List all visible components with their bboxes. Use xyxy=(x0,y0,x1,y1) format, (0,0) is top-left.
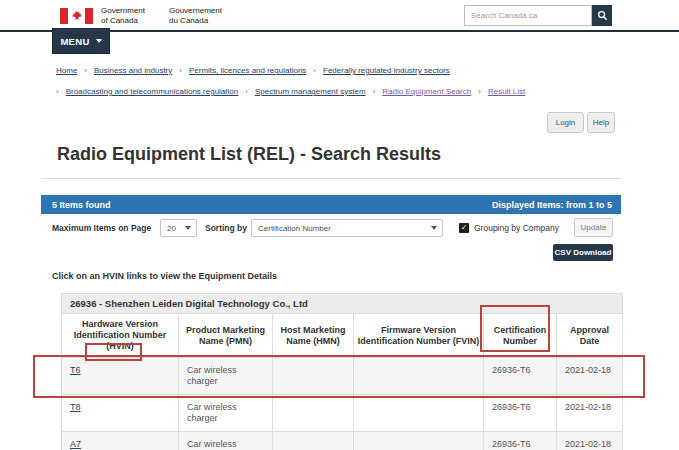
displayed-items-text: Displayed Items: from 1 to 5 xyxy=(492,200,612,210)
hvin-cell: A7 xyxy=(62,432,179,450)
annotation-box-certification-header xyxy=(480,305,550,352)
breadcrumb-link-spectrum[interactable]: Spectrum management system xyxy=(255,87,366,96)
breadcrumb-row1: Home›Business and industry›Permits, lice… xyxy=(56,66,450,75)
column-header-fvin: Firmware Version Identification Number (… xyxy=(354,314,484,358)
wordmark-en-line1: Government xyxy=(101,6,145,16)
items-found-text: 5 Items found xyxy=(52,200,111,210)
pmn-cell: Car wireless charger xyxy=(179,395,273,432)
wordmark-fr-line1: Gouvernement xyxy=(169,6,222,16)
page-title: Radio Equipment List (REL) - Search Resu… xyxy=(57,144,441,165)
breadcrumb-separator: › xyxy=(245,87,248,96)
breadcrumb-link-home[interactable]: Home xyxy=(56,66,77,75)
breadcrumb-link-business[interactable]: Business and industry xyxy=(94,66,172,75)
breadcrumb-separator: › xyxy=(373,87,376,96)
column-header-pmn: Product Marketing Name (PMN) xyxy=(179,314,273,358)
column-header-approval-date: Approval Date xyxy=(557,314,623,358)
sorting-value: Certification Number xyxy=(258,224,331,233)
chevron-down-icon xyxy=(431,226,437,230)
fvin-cell xyxy=(354,432,484,450)
wordmark-en-line2: of Canada xyxy=(101,16,145,26)
grouping-label: Grouping by Company xyxy=(474,223,559,233)
sorting-label: Sorting by xyxy=(205,223,247,233)
update-button[interactable]: Update xyxy=(574,218,613,237)
breadcrumb-separator: › xyxy=(84,66,87,75)
table-row: A7 Car wireless charger 26936-T6 2021-02… xyxy=(62,432,623,450)
breadcrumb-row2: ›Broadcasting and telecommunications reg… xyxy=(56,87,525,96)
breadcrumb-link-federally-regulated[interactable]: Federally regulated industry sectors xyxy=(323,66,450,75)
title-divider xyxy=(41,178,621,179)
grouping-checkbox[interactable]: ✓ xyxy=(459,223,469,233)
approval-date-cell: 2021-02-18 xyxy=(557,432,623,450)
annotation-box-first-row xyxy=(33,355,645,398)
hvin-link[interactable]: T8 xyxy=(70,402,81,412)
hvin-hint-text: Click on an HVIN links to view the Equip… xyxy=(52,271,277,281)
menu-button[interactable]: MENU xyxy=(52,28,110,54)
column-header-hmn: Host Marketing Name (HMN) xyxy=(273,314,354,358)
hmn-cell xyxy=(273,432,354,450)
chevron-down-icon xyxy=(96,39,102,43)
certification-cell: 26936-T6 xyxy=(484,432,557,450)
search-input[interactable] xyxy=(464,5,592,26)
breadcrumb-link-radio-equipment-search[interactable]: Radio Equipment Search xyxy=(382,87,471,96)
wordmark-french: Gouvernement du Canada xyxy=(169,6,222,26)
login-button[interactable]: Login xyxy=(547,112,584,133)
breadcrumb-link-broadcasting[interactable]: Broadcasting and telecommunications regu… xyxy=(66,87,239,96)
canada-flag-icon xyxy=(60,8,93,24)
wordmark-fr-line2: du Canada xyxy=(169,16,222,26)
results-summary-bar: 5 Items found Displayed Items: from 1 to… xyxy=(41,195,621,214)
hvin-link[interactable]: A7 xyxy=(70,439,81,449)
maple-leaf-icon xyxy=(71,10,83,22)
hvin-cell: T8 xyxy=(62,395,179,432)
breadcrumb-separator: › xyxy=(478,87,481,96)
wordmark-english: Government of Canada xyxy=(101,6,145,26)
search-button[interactable] xyxy=(592,5,612,26)
breadcrumb-separator: › xyxy=(313,66,316,75)
breadcrumb-separator: › xyxy=(56,87,59,96)
chevron-down-icon xyxy=(185,226,191,230)
pmn-cell: Car wireless charger xyxy=(179,432,273,450)
certification-cell: 26936-T6 xyxy=(484,395,557,432)
search-icon xyxy=(597,10,608,21)
help-button[interactable]: Help xyxy=(587,112,615,133)
page: Government of Canada Gouvernement du Can… xyxy=(0,0,679,450)
csv-download-button[interactable]: CSV Download xyxy=(553,244,613,261)
sorting-select[interactable]: Certification Number xyxy=(251,219,443,237)
breadcrumb-link-result-list[interactable]: Result List xyxy=(488,87,525,96)
table-row: T8 Car wireless charger 26936-T6 2021-02… xyxy=(62,395,623,432)
max-items-label: Maximum Items on Page xyxy=(52,223,151,233)
breadcrumb-link-permits[interactable]: Permits, licences and regulations xyxy=(189,66,306,75)
max-items-value: 20 xyxy=(167,224,176,233)
menu-button-label: MENU xyxy=(60,36,89,47)
hmn-cell xyxy=(273,395,354,432)
max-items-select[interactable]: 20 xyxy=(160,219,197,237)
breadcrumb-separator: › xyxy=(179,66,182,75)
fvin-cell xyxy=(354,395,484,432)
approval-date-cell: 2021-02-18 xyxy=(557,395,623,432)
